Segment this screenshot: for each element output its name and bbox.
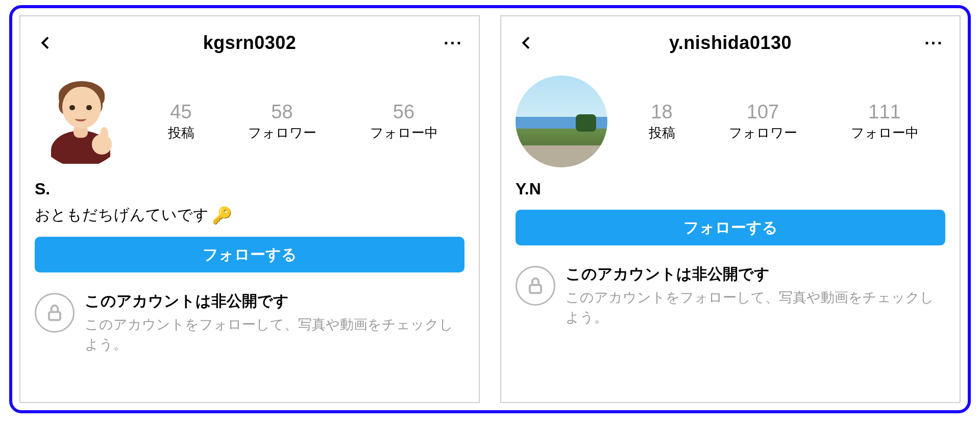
bio-text: おともだちげんていです — [35, 205, 209, 226]
more-icon: ··· — [444, 33, 462, 53]
private-title: このアカウントは非公開です — [566, 264, 945, 285]
stat-posts[interactable]: 45 投稿 — [168, 101, 194, 142]
svg-rect-0 — [49, 312, 60, 320]
follow-button[interactable]: フォローする — [516, 210, 945, 245]
key-icon: 🔑 — [212, 206, 232, 225]
stats-row: 45 投稿 58 フォロワー 56 フォロー中 — [141, 101, 464, 142]
private-title: このアカウントは非公開です — [85, 291, 464, 312]
chevron-left-icon — [519, 35, 535, 51]
stat-followers-label: フォロワー — [729, 124, 797, 142]
avatar[interactable] — [516, 76, 607, 167]
stats-row: 18 投稿 107 フォロワー 111 フォロー中 — [622, 101, 945, 142]
stat-following-count: 56 — [393, 101, 414, 123]
profile-info-row: 18 投稿 107 フォロワー 111 フォロー中 — [516, 76, 945, 167]
follow-button[interactable]: フォローする — [35, 237, 464, 272]
svg-rect-1 — [530, 285, 541, 293]
more-options-button[interactable]: ··· — [442, 32, 464, 54]
profile-header: y.nishida0130 ··· — [516, 22, 945, 63]
stat-followers[interactable]: 107 フォロワー — [729, 101, 797, 142]
profile-header: kgsrn0302 ··· — [35, 22, 464, 63]
private-text: このアカウントは非公開です このアカウントをフォローして、写真や動画をチェックし… — [85, 291, 464, 355]
stat-following[interactable]: 56 フォロー中 — [370, 101, 438, 142]
display-name: S. — [35, 180, 464, 198]
back-button[interactable] — [35, 32, 57, 54]
lock-icon — [35, 293, 75, 333]
private-account-section: このアカウントは非公開です このアカウントをフォローして、写真や動画をチェックし… — [35, 291, 464, 361]
stat-followers-label: フォロワー — [248, 124, 316, 142]
private-subtitle: このアカウントをフォローして、写真や動画をチェックしよう。 — [85, 315, 464, 355]
stat-following-label: フォロー中 — [370, 124, 438, 142]
display-name: Y.N — [516, 180, 945, 198]
stat-posts-count: 45 — [170, 101, 191, 123]
stat-posts[interactable]: 18 投稿 — [649, 101, 675, 142]
profile-username: y.nishida0130 — [538, 32, 923, 54]
more-icon: ··· — [924, 33, 943, 53]
lock-icon — [516, 266, 555, 306]
profile-bio: おともだちげんていです 🔑 — [35, 205, 464, 226]
private-account-section: このアカウントは非公開です このアカウントをフォローして、写真や動画をチェックし… — [516, 264, 945, 334]
stat-followers[interactable]: 58 フォロワー — [248, 101, 316, 142]
more-options-button[interactable]: ··· — [923, 32, 945, 54]
stat-posts-count: 18 — [651, 101, 672, 123]
avatar-memoji-icon — [35, 76, 127, 167]
private-text: このアカウントは非公開です このアカウントをフォローして、写真や動画をチェックし… — [566, 264, 945, 328]
stat-posts-label: 投稿 — [649, 124, 675, 142]
profile-username: kgsrn0302 — [57, 32, 442, 54]
private-subtitle: このアカウントをフォローして、写真や動画をチェックしよう。 — [566, 288, 945, 328]
profile-card-right: y.nishida0130 ··· 18 投稿 — [500, 15, 961, 403]
profile-info-row: 45 投稿 58 フォロワー 56 フォロー中 — [35, 76, 464, 167]
back-button[interactable] — [516, 32, 538, 54]
chevron-left-icon — [38, 35, 54, 51]
comparison-frame: kgsrn0302 ··· — [9, 5, 971, 413]
avatar-landscape-icon — [516, 76, 607, 167]
profile-card-left: kgsrn0302 ··· — [19, 15, 480, 403]
stat-following-label: フォロー中 — [851, 124, 919, 142]
stat-followers-count: 58 — [271, 101, 292, 123]
stat-followers-count: 107 — [747, 101, 779, 123]
stat-following[interactable]: 111 フォロー中 — [851, 101, 919, 142]
stat-posts-label: 投稿 — [168, 124, 194, 142]
stat-following-count: 111 — [868, 101, 900, 123]
avatar[interactable] — [35, 76, 127, 167]
